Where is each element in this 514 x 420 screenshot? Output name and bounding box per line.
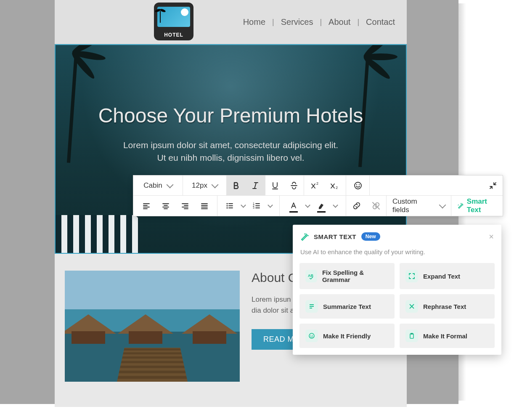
hero-decoration xyxy=(56,215,140,253)
option-formal[interactable]: Make It Formal xyxy=(400,324,495,348)
align-right-button[interactable] xyxy=(175,196,195,216)
smart-text-button[interactable]: Smart Text xyxy=(451,197,503,214)
option-summarize[interactable]: Summarize Text xyxy=(299,294,395,319)
nav-home[interactable]: Home xyxy=(243,17,265,27)
hero-title: Choose Your Premium Hotels xyxy=(56,104,406,127)
svg-point-12 xyxy=(309,333,314,338)
text-toolbar: Cabin 12px 2 xyxy=(133,175,503,216)
text-color-dropdown[interactable] xyxy=(302,196,313,216)
numbered-list-dropdown[interactable] xyxy=(265,196,276,216)
site-header: Home | Services | About | Contact xyxy=(55,0,407,44)
svg-point-5 xyxy=(226,203,228,204)
panel-subtitle: Use AI to enhance the quality of your wr… xyxy=(293,247,501,263)
magic-wand-icon xyxy=(300,232,309,241)
hero-block[interactable]: Choose Your Premium Hotels Lorem ipsum d… xyxy=(55,44,407,254)
svg-point-3 xyxy=(356,184,357,185)
emoji-button[interactable] xyxy=(348,175,368,195)
superscript-button[interactable]: 2 xyxy=(306,175,325,195)
unlink-button[interactable] xyxy=(366,196,386,216)
smart-text-panel: SMART TEXT New × Use AI to enhance the q… xyxy=(293,225,501,355)
svg-point-2 xyxy=(355,182,361,189)
underline-button[interactable] xyxy=(265,175,285,195)
expand-icon xyxy=(405,270,418,282)
formal-icon xyxy=(405,330,418,342)
svg-text:2: 2 xyxy=(316,181,318,186)
svg-text:2: 2 xyxy=(336,186,338,190)
about-image xyxy=(65,271,240,382)
align-left-button[interactable] xyxy=(137,196,156,216)
font-family-select[interactable]: Cabin xyxy=(138,181,178,190)
panel-title: SMART TEXT xyxy=(314,233,356,240)
site-logo: HOTEL xyxy=(154,3,193,40)
site-nav: Home | Services | About | Contact xyxy=(243,17,395,27)
svg-point-7 xyxy=(226,207,228,208)
highlight-color-button[interactable] xyxy=(313,196,330,216)
numbered-list-button[interactable]: 123 xyxy=(249,196,265,216)
link-button[interactable] xyxy=(347,196,366,216)
subscript-button[interactable]: 2 xyxy=(325,175,344,195)
option-friendly[interactable]: Make It Friendly xyxy=(299,324,395,348)
svg-point-6 xyxy=(226,205,228,206)
text-color-button[interactable] xyxy=(285,196,302,216)
nav-about[interactable]: About xyxy=(329,17,350,27)
strikethrough-button[interactable] xyxy=(285,175,304,195)
font-size-select[interactable]: 12px xyxy=(186,181,223,190)
bold-button[interactable] xyxy=(227,175,246,195)
bullet-list-dropdown[interactable] xyxy=(238,196,249,216)
nav-services[interactable]: Services xyxy=(281,17,313,27)
spellcheck-icon: AB xyxy=(305,270,317,282)
svg-point-14 xyxy=(312,335,313,336)
friendly-icon xyxy=(305,330,318,342)
align-center-button[interactable] xyxy=(156,196,175,216)
bullet-list-button[interactable] xyxy=(222,196,238,216)
highlight-color-dropdown[interactable] xyxy=(330,196,341,216)
align-justify-button[interactable] xyxy=(195,196,214,216)
option-expand-text[interactable]: Expand Text xyxy=(400,263,495,289)
svg-text:3: 3 xyxy=(253,206,254,209)
svg-point-4 xyxy=(358,184,359,185)
option-fix-spelling[interactable]: AB Fix Spelling & Grammar xyxy=(299,263,395,289)
nav-contact[interactable]: Contact xyxy=(366,17,395,27)
italic-button[interactable] xyxy=(246,175,265,195)
logo-label: HOTEL xyxy=(154,32,193,38)
collapse-toolbar-button[interactable] xyxy=(483,182,503,189)
hero-subtitle: Lorem ipsum dolor sit amet, consectetur … xyxy=(56,139,406,165)
custom-fields-select[interactable]: Custom fields xyxy=(387,197,451,214)
rephrase-icon xyxy=(405,300,418,313)
summarize-icon xyxy=(305,300,318,313)
close-icon[interactable]: × xyxy=(489,232,494,241)
option-rephrase[interactable]: Rephrase Text xyxy=(400,294,495,319)
new-badge: New xyxy=(361,232,380,241)
svg-point-13 xyxy=(310,335,311,336)
